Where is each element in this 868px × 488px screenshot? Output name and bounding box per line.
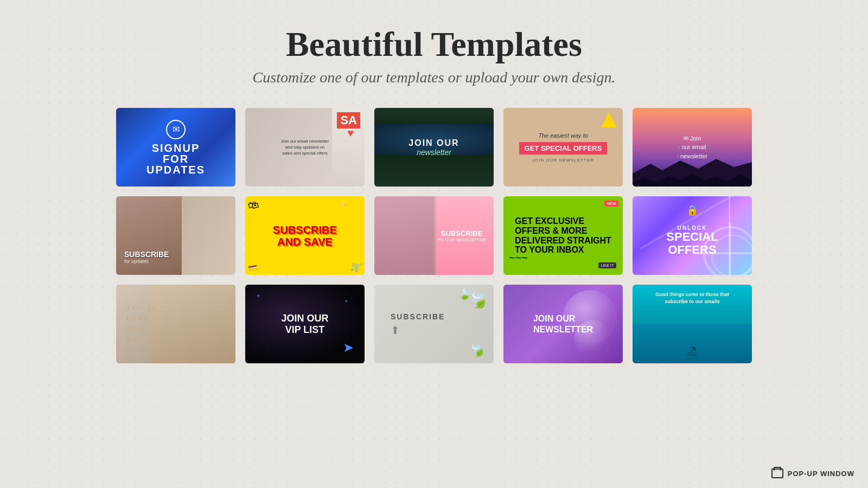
template-card-vip-list-dark[interactable]: ✦ ✦ · JOIN OURVIP LIST ➤ <box>245 285 365 363</box>
card-7-text: SUBSCRIBEAND SAVE <box>273 224 337 248</box>
template-card-mountain-newsletter[interactable]: · · · · · · ✉ Join· our email· newslette… <box>633 108 752 187</box>
card-1-title: SIGNUPFORUPDATES <box>146 143 205 175</box>
card-6-text: SUBSCRIBE for updates <box>124 250 169 264</box>
card-13-text: SUBSCRIBE ⬆ <box>391 312 445 336</box>
decoration-triangle <box>601 112 616 127</box>
arrow-icon: ⬆ <box>391 323 445 336</box>
logo-text: POP-UP WINDOW <box>788 470 854 478</box>
template-card-subscribe-pink[interactable]: SUBSCRIBE TO OUR NEWSLETTER <box>374 196 494 275</box>
page-subtitle: Customize one of our templates or upload… <box>253 69 616 86</box>
template-card-subscribe-desk[interactable]: 🍃 🍃 🍃 SUBSCRIBE ⬆ <box>374 285 494 363</box>
arrow-decoration: ➤ <box>343 340 354 355</box>
template-card-exclusive-offers-green[interactable]: NEW GET EXCLUSIVEOFFERS & MOREDELIVERED … <box>503 196 623 275</box>
envelope-icon: ✉ <box>166 120 186 139</box>
template-card-subscribe-save-yellow[interactable]: 🛍 ⭐ 💳 🛒 SUBSCRIBEAND SAVE <box>245 196 365 275</box>
logo-area: POP-UP WINDOW <box>771 468 854 478</box>
template-card-beach-good-things[interactable]: Good things come to those thatsubscribe … <box>633 285 752 363</box>
page-header: Beautiful Templates Customize one of our… <box>253 24 616 86</box>
templates-grid: ✉ SIGNUPFORUPDATES SA ♥ Join our email n… <box>116 108 752 363</box>
popup-window-logo-icon <box>771 468 783 478</box>
template-card-youll-love-emails[interactable]: YOU'LLLOVEOUREMAILS <box>116 285 235 363</box>
heart-icon: ♥ <box>347 127 354 139</box>
new-badge: NEW <box>604 201 618 207</box>
sale-badge: SA <box>337 112 360 129</box>
card-2-description: Join our email newsletter and stay updat… <box>280 138 329 157</box>
page-title: Beautiful Templates <box>253 24 616 65</box>
card-15-text: Good things come to those thatsubscribe … <box>633 291 752 305</box>
card-14-text: JOIN OURNEWSLETTER <box>525 305 601 342</box>
lock-icon: 🔒 <box>686 204 698 216</box>
like-button: LIKE IT <box>598 262 616 268</box>
template-card-store-sale[interactable]: SA ♥ Join our email newsletter and stay … <box>245 108 365 187</box>
template-card-unlock-special-offers[interactable]: 🔒 UNLOCK SPECIAL OFFERS <box>633 196 752 275</box>
template-card-special-offers-beige[interactable]: The easiest way to GET SPECIAL OFFERS JO… <box>503 108 623 187</box>
card-5-text: · · · · · · ✉ Join· our email· newslette… <box>677 131 707 164</box>
card-12-text: JOIN OURVIP LIST <box>281 313 328 336</box>
template-card-newsletter-purple-bubble[interactable]: JOIN OURNEWSLETTER <box>503 285 623 363</box>
card-8-text: SUBSCRIBE TO OUR NEWSLETTER <box>438 229 486 242</box>
blonde-model <box>152 285 235 363</box>
template-card-subscribe-fashion[interactable]: SUBSCRIBE for updates <box>116 196 235 275</box>
card-3-text: JOIN OUR newsletter <box>409 138 459 157</box>
template-card-signup-updates[interactable]: ✉ SIGNUPFORUPDATES <box>116 108 235 187</box>
card-11-text: YOU'LLLOVEOUREMAILS <box>127 303 158 345</box>
card-4-content: The easiest way to GET SPECIAL OFFERS JO… <box>514 127 613 168</box>
beach-chairs-decoration: 🏖 <box>687 345 698 358</box>
template-card-join-newsletter-aerial[interactable]: JOIN OUR newsletter <box>374 108 494 187</box>
